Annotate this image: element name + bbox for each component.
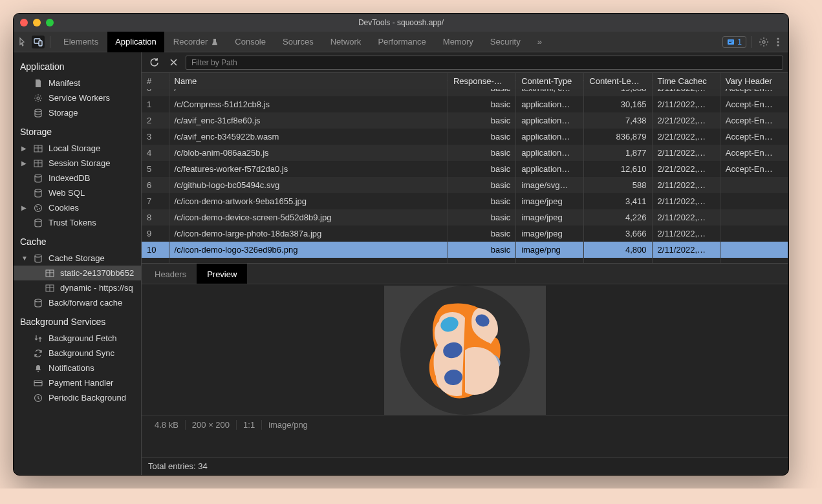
row-response: basic	[448, 193, 515, 209]
sidebar-item-local-storage[interactable]: ▶Local Storage	[14, 141, 141, 156]
kebab-menu-icon[interactable]	[772, 36, 784, 48]
svg-point-5	[763, 41, 765, 43]
cache-row[interactable]: 6/c/github-logo-bc05494c.svgbasicimage/s…	[142, 177, 788, 193]
maximize-window-button[interactable]	[46, 19, 54, 26]
preview-tab-preview[interactable]: Preview	[197, 264, 247, 284]
device-toolbar-icon[interactable]	[32, 36, 45, 48]
tab-recorder[interactable]: Recorder	[166, 32, 226, 52]
sidebar-item-service-workers[interactable]: Service Workers	[14, 90, 141, 105]
application-sidebar[interactable]: Application Manifest Service Workers Sto…	[14, 52, 142, 475]
sidebar-section-cache: Cache	[14, 230, 141, 251]
cache-row[interactable]: 1/c/Compress-51d12cb8.jsbasicapplication…	[142, 96, 788, 112]
row-index: 5	[142, 161, 169, 177]
row-time-cached: 2/11/2022,…	[652, 177, 720, 193]
col-index[interactable]: #	[142, 73, 169, 89]
col-name[interactable]: Name	[169, 73, 448, 89]
preview-image	[384, 286, 546, 415]
sidebar-item-payment-handler[interactable]: Payment Handler	[14, 375, 141, 390]
row-index: 6	[142, 177, 169, 193]
sidebar-item-cache-storage[interactable]: ▼Cache Storage	[14, 251, 141, 266]
svg-point-17	[39, 208, 40, 209]
table-icon	[45, 284, 55, 292]
sidebar-item-cookies[interactable]: ▶Cookies	[14, 200, 141, 215]
row-time-cached: 2/21/2022,…	[652, 161, 720, 177]
cache-row[interactable]: 4/c/blob-anim-086aa25b.jsbasicapplicatio…	[142, 145, 788, 161]
sidebar-section-storage: Storage	[14, 120, 141, 141]
database-icon	[33, 189, 43, 198]
cache-row[interactable]: 8/c/icon-demo-device-screen-5d52d8b9.jpg…	[142, 209, 788, 226]
col-vary-header[interactable]: Vary Header	[720, 73, 788, 89]
sidebar-item-session-storage[interactable]: ▶Session Storage	[14, 156, 141, 171]
close-window-button[interactable]	[20, 19, 28, 26]
sidebar-item-periodic-bg[interactable]: Periodic Background	[14, 390, 141, 405]
table-icon	[45, 269, 55, 277]
row-vary	[720, 258, 788, 264]
tab-elements[interactable]: Elements	[56, 32, 106, 52]
cache-row[interactable]: 10/c/icon-demo-logo-326ed9b6.pngbasicima…	[142, 242, 788, 258]
preview-tabstrip: Headers Preview	[142, 264, 788, 284]
row-content-length: 12,610	[584, 161, 652, 177]
cache-table[interactable]: # Name Response-… Content-Type Content-L…	[142, 73, 788, 264]
delete-button[interactable]	[166, 56, 180, 70]
row-response: basic	[448, 209, 515, 226]
minimize-window-button[interactable]	[33, 19, 41, 26]
issues-badge[interactable]: 1	[722, 36, 746, 48]
row-name: /c/icon-demo-large-photo-18da387a.jpg	[169, 226, 448, 242]
tab-memory[interactable]: Memory	[435, 32, 481, 52]
cache-row[interactable]: 3/c/avif_enc-b345922b.wasmbasicapplicati…	[142, 129, 788, 145]
col-content-length[interactable]: Content-Le…	[584, 73, 652, 89]
sidebar-item-indexeddb[interactable]: IndexedDB	[14, 171, 141, 185]
svg-point-18	[37, 209, 38, 210]
svg-point-24	[38, 371, 39, 372]
row-name: /c/avif_enc-31cf8e60.js	[169, 112, 448, 129]
col-content-type[interactable]: Content-Type	[516, 73, 584, 89]
row-time-cached: 2/21/2022,…	[652, 112, 720, 129]
sidebar-item-storage[interactable]: Storage	[14, 105, 141, 120]
sidebar-item-manifest[interactable]: Manifest	[14, 76, 141, 90]
sidebar-item-bg-sync[interactable]: Background Sync	[14, 346, 141, 361]
main-split: Application Manifest Service Workers Sto…	[14, 52, 788, 475]
preview-tab-headers[interactable]: Headers	[144, 264, 197, 284]
sidebar-item-cache-dynamic[interactable]: dynamic - https://sq	[14, 280, 141, 295]
row-content-length: 30,165	[584, 96, 652, 112]
col-time-cached[interactable]: Time Cachec	[652, 73, 720, 89]
filter-input[interactable]	[186, 56, 783, 70]
tab-performance[interactable]: Performance	[370, 32, 433, 52]
row-content-length: 7,438	[584, 112, 652, 129]
content-pane: # Name Response-… Content-Type Content-L…	[142, 52, 788, 475]
sidebar-item-web-sql[interactable]: Web SQL	[14, 185, 141, 200]
row-name: /c/Compress-51d12cb8.js	[169, 96, 448, 112]
sidebar-item-notifications[interactable]: Notifications	[14, 361, 141, 375]
sidebar-item-cache-static[interactable]: static-2e1370bb652	[14, 266, 141, 280]
sidebar-section-bg: Background Services	[14, 310, 141, 331]
row-response: basic	[448, 129, 515, 145]
row-response: basic	[448, 96, 515, 112]
cache-row[interactable]: 7/c/icon-demo-artwork-9eba1655.jpgbasici…	[142, 193, 788, 209]
row-index: 10	[142, 242, 169, 258]
row-vary	[720, 242, 788, 258]
tab-overflow[interactable]: »	[530, 32, 550, 52]
sidebar-section-application: Application	[14, 55, 141, 76]
tab-console[interactable]: Console	[227, 32, 274, 52]
svg-point-23	[35, 299, 41, 302]
cache-row[interactable]: 2/c/avif_enc-31cf8e60.jsbasicapplication…	[142, 112, 788, 129]
inspect-element-icon[interactable]	[17, 36, 30, 48]
svg-rect-4	[729, 42, 731, 43]
sidebar-item-trust-tokens[interactable]: Trust Tokens	[14, 215, 141, 230]
tab-network[interactable]: Network	[323, 32, 369, 52]
col-response[interactable]: Response-…	[448, 73, 515, 89]
cache-row[interactable]: 9/c/icon-demo-large-photo-18da387a.jpgba…	[142, 226, 788, 242]
tab-application[interactable]: Application	[107, 32, 164, 52]
cache-row[interactable]: 11/c/idb-keyval-c33d3116.jsbasicapplicat…	[142, 258, 788, 264]
refresh-button[interactable]	[147, 56, 161, 70]
sidebar-item-bf-cache[interactable]: Back/forward cache	[14, 295, 141, 310]
preview-info-bar: 4.8 kB 200 × 200 1:1 image/png	[142, 415, 788, 434]
cache-row[interactable]: 5/c/features-worker-f57d2da0.jsbasicappl…	[142, 161, 788, 177]
row-content-length: 836,879	[584, 129, 652, 145]
row-content-type: application…	[516, 258, 584, 264]
tab-sources[interactable]: Sources	[275, 32, 321, 52]
row-content-type: application…	[516, 129, 584, 145]
tab-security[interactable]: Security	[482, 32, 528, 52]
settings-gear-icon[interactable]	[757, 36, 770, 48]
sidebar-item-bg-fetch[interactable]: Background Fetch	[14, 331, 141, 346]
